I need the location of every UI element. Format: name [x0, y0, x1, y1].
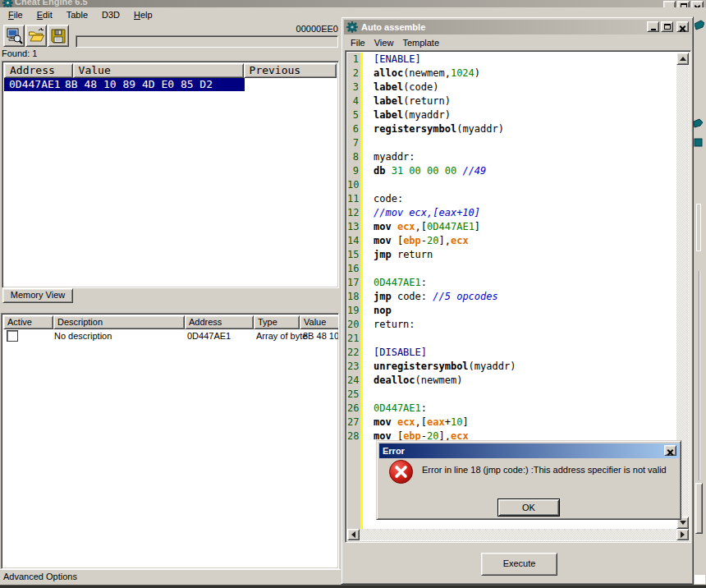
code-line-22: [DISABLE] — [363, 346, 676, 360]
column-header-previous[interactable]: Previous — [244, 63, 337, 78]
scroll-right-button[interactable] — [676, 529, 689, 540]
column-header-value[interactable]: Value — [300, 315, 339, 329]
cheat-table-row[interactable]: No description 0D447AE1 Array of byte 8B… — [3, 329, 337, 343]
line-number-4: 4 — [347, 94, 360, 108]
window-edge-fragment — [696, 204, 701, 251]
code-line-2: alloc(newmem,1024) — [363, 67, 676, 80]
column-header-address[interactable]: Address — [185, 315, 254, 329]
aa-close-button[interactable] — [676, 21, 689, 32]
auto-assemble-titlebar[interactable]: Auto assemble — [344, 20, 691, 34]
line-number-15: 15 — [347, 248, 360, 262]
error-icon — [388, 459, 414, 486]
code-line-21 — [363, 332, 676, 346]
scan-progress-field — [76, 35, 338, 48]
memory-view-button[interactable]: Memory View — [2, 288, 73, 303]
line-number-2: 2 — [347, 67, 360, 80]
auto-assemble-title: Auto assemble — [361, 22, 425, 32]
auto-assemble-menubar: FileViewTemplate — [344, 34, 691, 50]
code-line-8: myaddr: — [363, 150, 676, 164]
code-line-25 — [363, 388, 676, 402]
column-header-address[interactable]: Address — [4, 63, 73, 78]
line-number-10: 10 — [347, 178, 360, 192]
menu-file[interactable]: File — [6, 9, 25, 21]
main-maximize-button[interactable] — [677, 1, 690, 7]
code-line-24: dealloc(newmem) — [363, 374, 676, 388]
main-titlebar[interactable]: Cheat Engine 6.5 — [0, 0, 706, 7]
ce-logo-fragment — [695, 19, 704, 34]
result-value: 8B 48 10 89 4D E0 85 D2 — [65, 78, 213, 91]
column-header-value[interactable]: Value — [73, 63, 244, 78]
advanced-options-label: Advanced Options — [3, 572, 77, 581]
load-table-button[interactable] — [25, 25, 47, 47]
auto-assemble-app-icon — [346, 21, 358, 33]
entry-address: 0D447AE1 — [187, 329, 231, 343]
main-minimize-button[interactable] — [663, 1, 676, 7]
code-line-18: jmp code: //5 opcodes — [363, 290, 676, 304]
ok-button[interactable]: OK — [497, 498, 560, 517]
window-edge-groove — [699, 271, 700, 480]
line-number-23: 23 — [347, 360, 360, 374]
error-close-button[interactable] — [664, 445, 676, 456]
scroll-right-icon — [681, 531, 688, 538]
menu-help[interactable]: Help — [131, 9, 155, 21]
scroll-up-icon — [680, 53, 686, 61]
error-title: Error — [383, 446, 405, 456]
code-line-17: 0D447AE1: — [363, 276, 676, 290]
line-number-7: 7 — [347, 136, 360, 150]
code-line-14: mov [ebp-20],ecx — [363, 234, 676, 248]
line-number-18: 18 — [347, 290, 360, 304]
menu-edit[interactable]: Edit — [34, 9, 55, 21]
open-table-icon — [28, 27, 45, 44]
column-header-type[interactable]: Type — [254, 315, 300, 329]
menu-d3d[interactable]: D3D — [99, 9, 122, 21]
code-line-3: label(code) — [363, 80, 676, 94]
line-number-12: 12 — [347, 206, 360, 220]
save-table-icon — [50, 28, 66, 44]
line-number-6: 6 — [347, 122, 360, 136]
cheat-table[interactable]: ActiveDescriptionAddressTypeValue No des… — [1, 313, 339, 569]
aa-minimize-button[interactable] — [647, 21, 659, 32]
code-line-16 — [363, 262, 676, 276]
line-number-22: 22 — [347, 346, 360, 360]
scan-results-table[interactable]: AddressValuePrevious 0D447AE1 8B 48 10 8… — [2, 61, 339, 288]
address-display: 00000EE0 — [286, 24, 338, 34]
save-table-button[interactable] — [48, 25, 69, 47]
active-checkbox[interactable] — [7, 330, 18, 342]
code-line-26: 0D447AE1: — [363, 402, 676, 416]
column-header-description[interactable]: Description — [53, 315, 185, 329]
scrollbar-thumb-fragment[interactable] — [695, 483, 703, 534]
line-number-19: 19 — [347, 304, 360, 318]
scan-result-row-selected[interactable]: 0D447AE1 8B 48 10 89 4D E0 85 D2 — [4, 78, 245, 91]
code-line-20: return: — [363, 318, 676, 332]
line-number-11: 11 — [347, 192, 360, 206]
error-message: Error in line 18 (jmp code:) :This addre… — [422, 465, 672, 475]
scroll-up-button[interactable] — [676, 53, 689, 65]
line-number-3: 3 — [347, 80, 360, 94]
menu-view[interactable]: View — [372, 37, 397, 48]
line-number-27: 27 — [347, 416, 360, 430]
execute-button[interactable]: Execute — [481, 553, 557, 576]
line-number-13: 13 — [347, 220, 360, 234]
scan-results-header: AddressValuePrevious — [4, 63, 337, 78]
menu-file[interactable]: File — [348, 37, 368, 48]
line-number-9: 9 — [347, 164, 360, 178]
line-number-8: 8 — [347, 150, 360, 164]
bottom-edge — [0, 585, 706, 588]
scroll-left-button[interactable] — [347, 529, 360, 540]
menu-template[interactable]: Template — [400, 37, 442, 48]
editor-horizontal-scrollbar[interactable] — [347, 529, 689, 540]
error-titlebar[interactable]: Error — [379, 443, 679, 458]
column-header-active[interactable]: Active — [3, 315, 53, 329]
close-icon — [694, 4, 701, 7]
menu-table[interactable]: Table — [64, 9, 90, 21]
code-line-15: jmp return — [363, 248, 676, 262]
line-number-26: 26 — [347, 402, 360, 416]
aa-maximize-button[interactable] — [661, 21, 673, 32]
window-edge-sliver — [695, 575, 705, 584]
line-number-17: 17 — [347, 276, 360, 290]
code-line-10 — [363, 178, 676, 192]
select-process-button[interactable] — [3, 25, 25, 47]
maximize-icon — [664, 24, 671, 30]
code-line-1: [ENABLE] — [363, 53, 676, 67]
main-close-button[interactable] — [691, 1, 704, 7]
